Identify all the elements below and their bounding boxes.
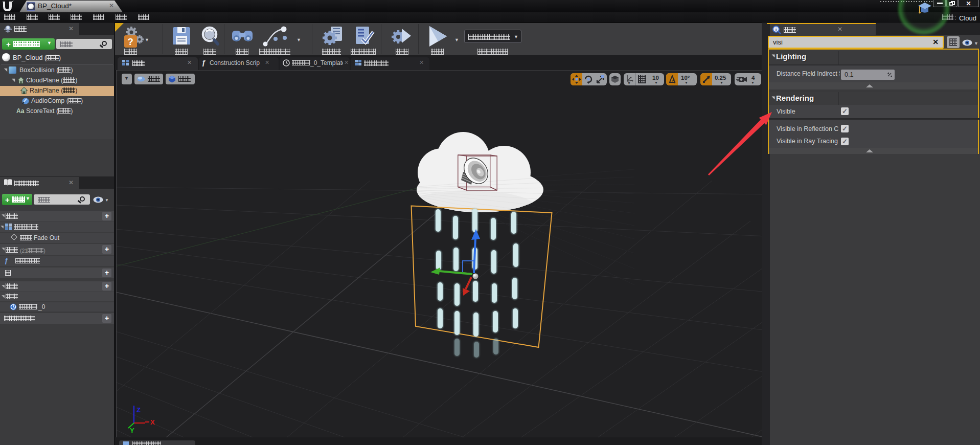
svg-text:X: X: [150, 418, 155, 426]
svg-text:?: ?: [127, 36, 133, 47]
svg-text:Y: Y: [130, 427, 134, 434]
svg-text:Z: Z: [136, 406, 141, 414]
